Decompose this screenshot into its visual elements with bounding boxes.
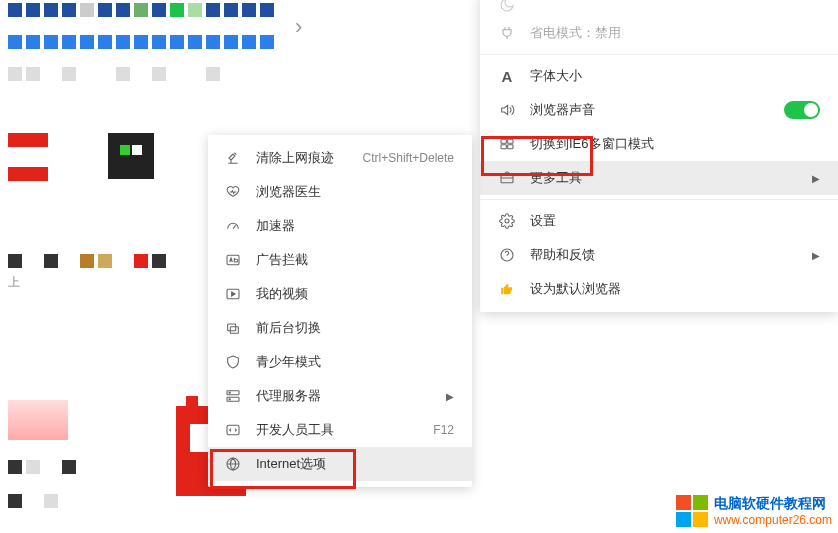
menu-label: 清除上网痕迹 — [256, 149, 363, 167]
sound-icon — [498, 101, 516, 119]
svg-point-7 — [229, 399, 230, 400]
windows-icon — [224, 319, 242, 337]
menu-label: Internet选项 — [256, 455, 454, 473]
menu-shortcut: F12 — [433, 423, 454, 437]
menu-more-tools[interactable]: 更多工具 ▶ — [480, 161, 838, 195]
menu-label: 设置 — [530, 212, 820, 230]
menu-clear-traces[interactable]: 清除上网痕迹 Ctrl+Shift+Delete — [208, 141, 472, 175]
menu-font-size[interactable]: A 字体大小 — [480, 59, 838, 93]
font-icon: A — [498, 67, 516, 85]
svg-rect-8 — [227, 425, 239, 434]
menu-label: 切换到IE6多窗口模式 — [530, 135, 820, 153]
code-icon — [224, 421, 242, 439]
menu-label: 我的视频 — [256, 285, 454, 303]
menu-accelerator[interactable]: 加速器 — [208, 209, 472, 243]
menu-label: 帮助和反馈 — [530, 246, 812, 264]
watermark-title: 电脑软硬件教程网 — [714, 495, 832, 513]
svg-point-6 — [229, 392, 230, 393]
menu-settings[interactable]: 设置 — [480, 204, 838, 238]
multiwindow-icon — [498, 135, 516, 153]
menu-proxy-server[interactable]: 代理服务器 ▶ — [208, 379, 472, 413]
menu-set-default[interactable]: 设为默认浏览器 — [480, 272, 838, 306]
menu-label: 字体大小 — [530, 67, 820, 85]
menu-help-feedback[interactable]: 帮助和反馈 ▶ — [480, 238, 838, 272]
menu-label: 开发人员工具 — [256, 421, 433, 439]
menu-dev-tools[interactable]: 开发人员工具 F12 — [208, 413, 472, 447]
menu-my-videos[interactable]: 我的视频 — [208, 277, 472, 311]
menu-night-mode[interactable] — [480, 0, 838, 16]
brush-icon — [224, 149, 242, 167]
menu-label: 浏览器声音 — [530, 101, 784, 119]
menu-youth-mode[interactable]: 青少年模式 — [208, 345, 472, 379]
moon-icon — [498, 0, 516, 14]
pagination-arrow[interactable]: › — [295, 14, 302, 40]
menu-label: 广告拦截 — [256, 251, 454, 269]
chevron-right-icon: ▶ — [812, 250, 820, 261]
menu-label: 浏览器医生 — [256, 183, 454, 201]
menu-switch-ie6[interactable]: 切换到IE6多窗口模式 — [480, 127, 838, 161]
svg-rect-14 — [501, 175, 513, 182]
menu-browser-doctor[interactable]: 浏览器医生 — [208, 175, 472, 209]
menu-label: 青少年模式 — [256, 353, 454, 371]
svg-point-15 — [505, 219, 509, 223]
menu-shortcut: Ctrl+Shift+Delete — [363, 151, 454, 165]
separator — [480, 199, 838, 200]
watermark-url: www.computer26.com — [714, 513, 832, 527]
menu-internet-options[interactable]: Internet选项 — [208, 447, 472, 481]
menu-label: 前后台切换 — [256, 319, 454, 337]
svg-rect-3 — [230, 327, 238, 334]
menu-switch-fg-bg[interactable]: 前后台切换 — [208, 311, 472, 345]
menu-power-saving[interactable]: 省电模式：禁用 — [480, 16, 838, 50]
submenu-more-tools: 清除上网痕迹 Ctrl+Shift+Delete 浏览器医生 加速器 广告拦截 … — [208, 135, 472, 487]
svg-rect-10 — [501, 139, 506, 143]
menu-browser-sound[interactable]: 浏览器声音 — [480, 93, 838, 127]
menu-label: 省电模式：禁用 — [530, 24, 820, 42]
proxy-icon — [224, 387, 242, 405]
main-menu: 省电模式：禁用 A 字体大小 浏览器声音 切换到IE6多窗口模式 更多工具 ▶ … — [480, 0, 838, 312]
watermark: 电脑软硬件教程网 www.computer26.com — [676, 495, 832, 527]
toolbox-icon — [498, 169, 516, 187]
menu-label: 更多工具 — [530, 169, 812, 187]
ad-icon — [224, 251, 242, 269]
separator — [480, 54, 838, 55]
help-icon — [498, 246, 516, 264]
play-icon — [224, 285, 242, 303]
svg-rect-11 — [508, 139, 513, 143]
chevron-right-icon: ▶ — [446, 391, 454, 402]
plug-icon — [498, 24, 516, 42]
chevron-right-icon: ▶ — [812, 173, 820, 184]
menu-label: 设为默认浏览器 — [530, 280, 820, 298]
watermark-logo-icon — [676, 495, 708, 527]
svg-rect-12 — [501, 145, 506, 149]
shield-icon — [224, 353, 242, 371]
gear-icon — [498, 212, 516, 230]
sound-toggle[interactable] — [784, 101, 820, 119]
menu-label: 代理服务器 — [256, 387, 446, 405]
menu-label: 加速器 — [256, 217, 454, 235]
globe-icon — [224, 455, 242, 473]
thumb-icon — [498, 280, 516, 298]
svg-rect-13 — [508, 145, 513, 149]
gauge-icon — [224, 217, 242, 235]
heartbeat-icon — [224, 183, 242, 201]
svg-rect-2 — [228, 324, 236, 331]
menu-ad-block[interactable]: 广告拦截 — [208, 243, 472, 277]
